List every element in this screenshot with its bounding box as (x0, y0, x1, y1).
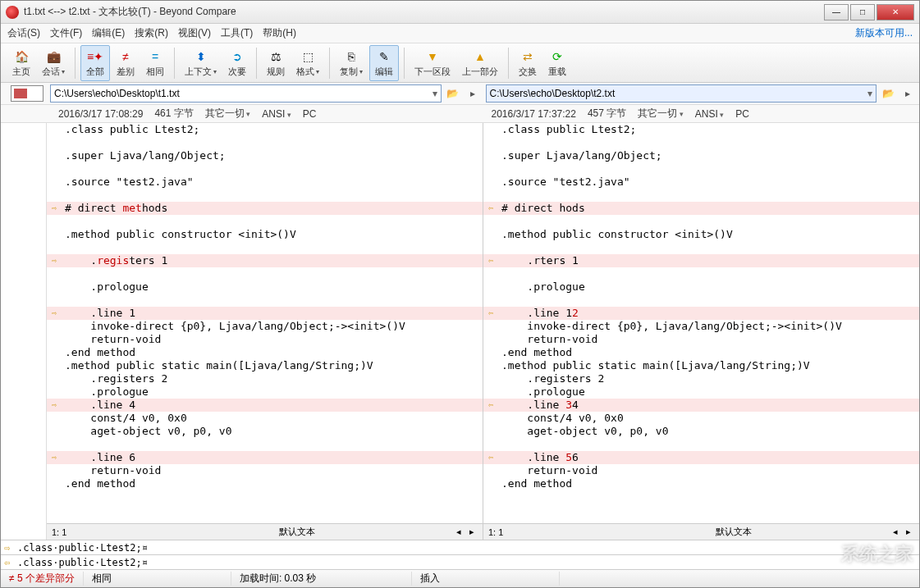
code-line[interactable]: return-void (483, 464, 919, 477)
prev-part-button[interactable]: ▲上一部分 (457, 45, 503, 81)
code-line[interactable]: aget-object v0, p0, v0 (483, 425, 919, 438)
code-line[interactable] (47, 267, 483, 280)
right-encoding-dropdown[interactable]: ANSI (695, 108, 725, 120)
code-line[interactable] (483, 241, 919, 254)
thumbnail-icon[interactable] (11, 85, 43, 102)
session-button[interactable]: 💼会话 (37, 45, 70, 81)
left-encoding-dropdown[interactable]: ANSI (262, 108, 291, 120)
right-open-icon[interactable]: 📂 (880, 84, 896, 103)
overview-gutter[interactable] (1, 123, 47, 540)
code-line[interactable]: .prologue (47, 280, 483, 294)
menu-file[interactable]: 文件(F) (50, 26, 82, 40)
next-section-icon: ▼ (424, 48, 441, 65)
code-line[interactable]: const/4 v0, 0x0 (483, 412, 919, 425)
code-line[interactable]: .class public Ltest2; (483, 123, 919, 136)
code-line[interactable]: .source "test2.java" (483, 175, 919, 189)
code-line[interactable]: aget-object v0, p0, v0 (47, 425, 483, 438)
code-line[interactable] (483, 162, 919, 175)
diff-button[interactable]: ≠差别 (112, 45, 140, 81)
right-other-dropdown[interactable]: 其它一切 (638, 107, 684, 121)
code-line[interactable] (483, 438, 919, 451)
code-line[interactable]: ⇦ .line 34 (483, 399, 919, 412)
code-line[interactable]: .prologue (483, 385, 919, 399)
code-line[interactable]: return-void (483, 333, 919, 346)
code-line[interactable]: .method public constructor <init>()V (483, 228, 919, 241)
code-line[interactable] (47, 294, 483, 307)
left-open-icon[interactable]: 📂 (445, 84, 461, 103)
code-line[interactable]: .class public Ltest2; (47, 123, 483, 136)
menu-search[interactable]: 搜索(R) (135, 26, 168, 40)
code-line[interactable]: .method public constructor <init>()V (47, 228, 483, 241)
code-line[interactable] (47, 215, 483, 228)
rules-button[interactable]: ⚖规则 (262, 45, 290, 81)
menu-help[interactable]: 帮助(H) (263, 26, 296, 40)
code-line[interactable]: .super Ljava/lang/Object; (483, 149, 919, 162)
right-browse-icon[interactable]: ▸ (899, 84, 916, 103)
all-button[interactable]: ≡✦全部 (80, 45, 110, 81)
next-section-button[interactable]: ▼下一区段 (410, 45, 455, 81)
minimize-button[interactable]: — (824, 4, 849, 21)
left-browse-icon[interactable]: ▸ (465, 84, 481, 103)
menu-edit[interactable]: 编辑(E) (92, 26, 125, 40)
code-line[interactable]: ⇨ .line 1 (47, 307, 483, 320)
minor-button[interactable]: ➲次要 (223, 45, 251, 81)
code-line[interactable] (47, 136, 483, 149)
code-line[interactable]: ⇨# direct methods (47, 202, 483, 215)
code-line[interactable]: return-void (47, 333, 483, 346)
swap-button[interactable]: ⇄交换 (514, 45, 542, 81)
code-line[interactable] (483, 215, 919, 228)
code-line[interactable] (47, 162, 483, 175)
code-line[interactable] (483, 294, 919, 307)
code-line[interactable]: ⇨ .line 4 (47, 399, 483, 412)
code-line[interactable] (483, 189, 919, 202)
code-line[interactable]: .end method (483, 346, 919, 359)
code-line[interactable]: .prologue (483, 280, 919, 294)
code-line[interactable]: ⇦ .line 56 (483, 451, 919, 464)
code-line[interactable]: ⇨ .line 6 (47, 451, 483, 464)
edit-button[interactable]: ✎编辑 (369, 45, 399, 81)
left-editor[interactable]: .class public Ltest2;.super Ljava/lang/O… (47, 123, 483, 523)
right-editor[interactable]: .class public Ltest2;.super Ljava/lang/O… (483, 123, 919, 523)
new-version-link[interactable]: 新版本可用... (855, 26, 913, 40)
menu-session[interactable]: 会话(S) (7, 26, 40, 40)
code-line[interactable] (47, 438, 483, 451)
code-line[interactable]: .end method (483, 477, 919, 490)
copy-button[interactable]: ⎘复制 (335, 45, 368, 81)
code-line[interactable]: .prologue (47, 385, 483, 399)
code-line[interactable]: .method public static main([Ljava/lang/S… (47, 359, 483, 372)
code-line[interactable]: invoke-direct {p0}, Ljava/lang/Object;->… (483, 320, 919, 333)
code-line[interactable] (483, 267, 919, 280)
code-line[interactable]: .registers 2 (47, 372, 483, 385)
code-line[interactable]: .registers 2 (483, 372, 919, 385)
code-line[interactable]: ⇨ .registers 1 (47, 254, 483, 267)
minor-icon: ➲ (229, 48, 245, 65)
code-line[interactable]: .source "test2.java" (47, 175, 483, 189)
maximize-button[interactable]: □ (850, 4, 875, 21)
code-line[interactable] (483, 136, 919, 149)
close-button[interactable]: ✕ (877, 4, 914, 21)
code-line[interactable]: ⇦ .rters 1 (483, 254, 919, 267)
status-load: 加载时间: 0.03 秒 (231, 572, 412, 586)
code-line[interactable]: .super Ljava/lang/Object; (47, 149, 483, 162)
menu-tools[interactable]: 工具(T) (221, 26, 253, 40)
code-line[interactable]: ⇦ .line 12 (483, 307, 919, 320)
swap-icon: ⇄ (520, 48, 536, 65)
code-line[interactable] (47, 189, 483, 202)
code-line[interactable]: const/4 v0, 0x0 (47, 412, 483, 425)
context-button[interactable]: ⬍上下文 (180, 45, 222, 81)
reload-button[interactable]: ⟳重载 (543, 45, 571, 81)
right-path-input[interactable]: C:\Users\echo\Desktop\t2.txt▾ (486, 84, 877, 103)
format-button[interactable]: ⬚格式 (291, 45, 324, 81)
code-line[interactable]: .method public static main([Ljava/lang/S… (483, 359, 919, 372)
left-path-input[interactable]: C:\Users\echo\Desktop\t1.txt▾ (50, 84, 442, 103)
code-line[interactable] (47, 241, 483, 254)
code-line[interactable]: .end method (47, 346, 483, 359)
code-line[interactable]: ⇦# direct hods (483, 202, 919, 215)
code-line[interactable]: return-void (47, 464, 483, 477)
same-button[interactable]: =相同 (141, 45, 169, 81)
code-line[interactable]: .end method (47, 477, 483, 490)
home-button[interactable]: 🏠主页 (7, 45, 35, 81)
menu-view[interactable]: 视图(V) (178, 26, 211, 40)
code-line[interactable]: invoke-direct {p0}, Ljava/lang/Object;->… (47, 320, 483, 333)
left-other-dropdown[interactable]: 其它一切 (205, 107, 251, 121)
